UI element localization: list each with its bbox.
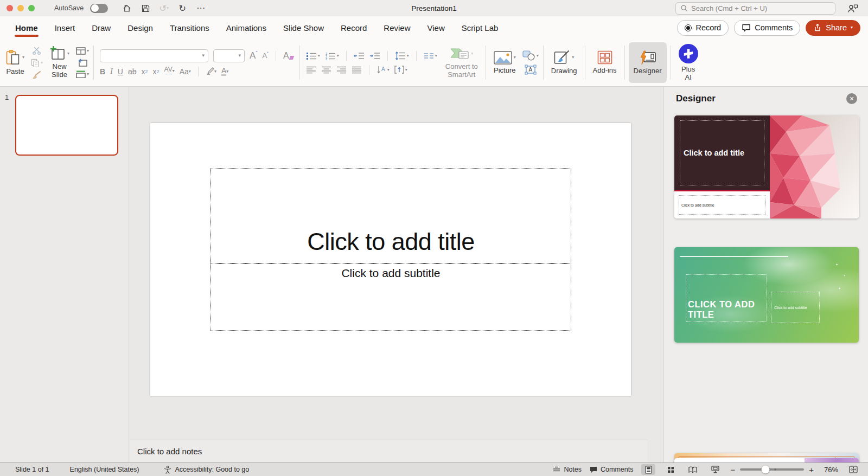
more-commands-icon[interactable]: ··· bbox=[194, 2, 208, 14]
cut-button[interactable] bbox=[31, 47, 43, 55]
tab-home[interactable]: Home bbox=[15, 22, 38, 34]
italic-button[interactable]: I bbox=[110, 67, 113, 76]
numbering-button[interactable]: 123 ▾ bbox=[325, 52, 339, 60]
tab-review[interactable]: Review bbox=[384, 22, 410, 34]
text-highlight-button[interactable]: ▾ bbox=[206, 67, 216, 75]
minimize-window-button[interactable] bbox=[17, 5, 24, 11]
line-spacing-button[interactable]: ▾ bbox=[395, 52, 409, 60]
columns-chevron[interactable]: ▾ bbox=[435, 54, 437, 58]
paste-chevron[interactable]: ▾ bbox=[22, 55, 24, 60]
font-size-select[interactable]: ▾ bbox=[213, 49, 245, 62]
line-spacing-chevron[interactable]: ▾ bbox=[407, 54, 409, 58]
decrease-font-size-button[interactable]: Aˇ bbox=[262, 52, 269, 60]
align-left-button[interactable] bbox=[306, 66, 316, 74]
increase-indent-button[interactable] bbox=[369, 52, 380, 60]
tab-slide-show[interactable]: Slide Show bbox=[283, 22, 324, 34]
search-input[interactable]: Search (Cmd + Ctrl + U) bbox=[675, 2, 835, 15]
tab-record[interactable]: Record bbox=[341, 22, 367, 34]
reset-slide-button[interactable] bbox=[76, 59, 89, 67]
comments-button[interactable]: Comments bbox=[734, 20, 800, 36]
format-painter-button[interactable] bbox=[31, 71, 43, 79]
section-chevron[interactable]: ▾ bbox=[87, 72, 89, 76]
tab-draw[interactable]: Draw bbox=[92, 22, 111, 34]
tab-transitions[interactable]: Transitions bbox=[170, 22, 209, 34]
layout-chevron[interactable]: ▾ bbox=[87, 49, 89, 53]
tab-script-lab[interactable]: Script Lab bbox=[462, 22, 499, 34]
drawing-button[interactable]: ▾ Drawing bbox=[546, 39, 582, 86]
design-suggestion-4[interactable] bbox=[674, 458, 859, 462]
text-box-button[interactable]: A bbox=[522, 65, 539, 75]
zoom-out-button[interactable]: − bbox=[730, 466, 735, 474]
tab-design[interactable]: Design bbox=[127, 22, 153, 34]
notes-pane[interactable]: Click to add notes bbox=[130, 440, 647, 462]
home-icon[interactable] bbox=[120, 2, 134, 14]
zoom-window-button[interactable] bbox=[28, 5, 35, 11]
addins-button[interactable]: Add-ins bbox=[588, 39, 622, 86]
plus-ai-button[interactable]: PlusAI bbox=[674, 39, 703, 86]
shapes-chevron[interactable]: ▾ bbox=[537, 54, 539, 58]
zoom-slider[interactable] bbox=[740, 468, 804, 471]
bold-button[interactable]: B bbox=[100, 67, 105, 76]
increase-font-size-button[interactable]: Aˆ bbox=[250, 50, 257, 61]
tab-insert[interactable]: Insert bbox=[55, 22, 75, 34]
bullets-button[interactable]: ▾ bbox=[306, 52, 320, 60]
normal-view-button[interactable] bbox=[641, 464, 655, 475]
text-direction-button[interactable]: A ▾ bbox=[376, 66, 390, 74]
copy-button[interactable]: ▾ bbox=[31, 59, 43, 67]
autosave-toggle[interactable] bbox=[90, 4, 108, 13]
align-text-button[interactable]: ▾ bbox=[394, 66, 407, 74]
language-status[interactable]: English (United States) bbox=[70, 466, 139, 473]
slide-canvas[interactable]: Click to add title Click to add subtitle bbox=[150, 123, 631, 396]
design-suggestion-2[interactable]: ✦ ✦ ✦ CLICK TO ADD TITLE Click to add su… bbox=[674, 247, 859, 343]
new-slide-chevron[interactable]: ▾ bbox=[67, 52, 69, 56]
font-color-chevron[interactable]: ▾ bbox=[226, 69, 228, 74]
bullets-chevron[interactable]: ▾ bbox=[318, 54, 320, 58]
designer-button[interactable]: Designer bbox=[629, 42, 667, 83]
numbering-chevron[interactable]: ▾ bbox=[337, 54, 339, 58]
reading-view-button[interactable] bbox=[686, 464, 700, 475]
font-color-button[interactable]: A▾ bbox=[221, 67, 228, 76]
superscript-button[interactable]: x2 bbox=[142, 67, 148, 76]
people-chat-icon[interactable] bbox=[847, 4, 858, 13]
shapes-button[interactable]: ▾ bbox=[522, 50, 539, 61]
close-window-button[interactable] bbox=[7, 5, 13, 11]
tab-animations[interactable]: Animations bbox=[226, 22, 266, 34]
subscript-button[interactable]: x2 bbox=[153, 67, 159, 76]
zoom-in-button[interactable]: + bbox=[809, 466, 814, 474]
text-direction-chevron[interactable]: ▾ bbox=[387, 68, 390, 72]
strikethrough-button[interactable]: ab bbox=[128, 67, 137, 76]
new-slide-button[interactable]: ▾ NewSlide bbox=[44, 46, 74, 79]
zoom-percentage[interactable]: 76% bbox=[819, 466, 838, 474]
redo-icon[interactable]: ↻ bbox=[175, 2, 189, 14]
convert-smartart-button[interactable]: ▾ Convert toSmartArt bbox=[441, 39, 483, 86]
picture-button[interactable]: ▾ Picture bbox=[489, 51, 521, 75]
character-spacing-chevron[interactable]: ▾ bbox=[173, 69, 175, 73]
align-center-button[interactable] bbox=[321, 66, 331, 74]
section-button[interactable]: ▾ bbox=[76, 70, 89, 78]
undo-chevron[interactable]: ▾ bbox=[167, 6, 169, 10]
justify-button[interactable] bbox=[352, 66, 362, 74]
align-text-chevron[interactable]: ▾ bbox=[405, 68, 407, 72]
save-icon[interactable] bbox=[138, 2, 152, 14]
columns-button[interactable]: ▾ bbox=[424, 53, 437, 59]
notes-toggle[interactable]: Notes bbox=[553, 466, 582, 473]
drawing-chevron[interactable]: ▾ bbox=[572, 55, 574, 60]
picture-chevron[interactable]: ▾ bbox=[514, 55, 516, 60]
zoom-slider-thumb[interactable] bbox=[762, 466, 770, 474]
smartart-chevron[interactable]: ▾ bbox=[471, 52, 473, 56]
comments-toggle[interactable]: Comments bbox=[590, 466, 633, 473]
subtitle-placeholder[interactable]: Click to add subtitle bbox=[210, 263, 571, 331]
change-case-button[interactable]: Aa▾ bbox=[180, 67, 191, 76]
underline-button[interactable]: U bbox=[118, 67, 123, 76]
title-placeholder[interactable]: Click to add title bbox=[210, 168, 571, 264]
paste-button[interactable]: ▾ Paste bbox=[1, 49, 29, 76]
fit-slide-to-window-button[interactable] bbox=[846, 464, 860, 475]
undo-icon[interactable]: ↺▾ bbox=[157, 2, 171, 14]
record-button[interactable]: Record bbox=[677, 20, 729, 36]
character-spacing-button[interactable]: AV←→ ▾ bbox=[164, 67, 175, 76]
slide-show-button[interactable] bbox=[708, 464, 722, 475]
slide-sorter-view-button[interactable] bbox=[663, 464, 678, 475]
clear-formatting-button[interactable]: A bbox=[283, 51, 293, 61]
change-case-chevron[interactable]: ▾ bbox=[189, 69, 191, 74]
copy-chevron[interactable]: ▾ bbox=[41, 61, 43, 65]
